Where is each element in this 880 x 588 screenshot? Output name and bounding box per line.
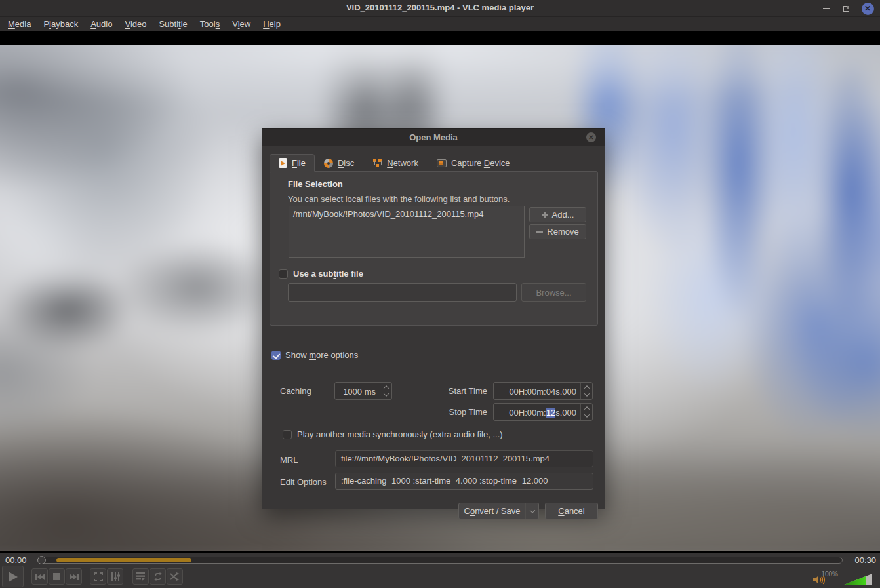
- start-time-value: 00H:00m:04s.000: [509, 387, 576, 397]
- edit-options-label: Edit Options: [280, 477, 327, 487]
- menu-video[interactable]: Video: [125, 19, 146, 29]
- stop-button[interactable]: [49, 568, 65, 585]
- cancel-button[interactable]: Cancel: [545, 503, 598, 519]
- previous-icon: [35, 573, 45, 581]
- caching-label: Caching: [280, 386, 311, 396]
- menu-view[interactable]: View: [232, 19, 250, 29]
- caching-spinbox[interactable]: 1000 ms: [334, 382, 392, 400]
- loop-button[interactable]: [150, 568, 166, 585]
- open-media-dialog: Open Media ✕ File Disc Network: [262, 128, 605, 509]
- add-button-label: Add...: [552, 210, 574, 220]
- menu-bar: MediaPlaybackAudioVideoSubtitleToolsView…: [0, 17, 880, 31]
- file-icon: [279, 158, 287, 168]
- window-close-button[interactable]: ✕: [859, 0, 876, 17]
- window-title: VID_20101112_200115.mp4 - VLC media play…: [0, 3, 880, 12]
- volume-slider[interactable]: [843, 573, 872, 585]
- network-icon: [372, 159, 382, 168]
- seek-handle[interactable]: [37, 556, 46, 564]
- chevron-down-icon: [584, 391, 589, 396]
- total-time: 00:30: [854, 555, 876, 565]
- remove-button-label: Remove: [547, 227, 578, 237]
- menu-audio[interactable]: Audio: [90, 19, 112, 29]
- subtitle-checkbox-label: Use a subtitle file: [293, 269, 363, 279]
- seek-buffer-fill: [56, 558, 191, 562]
- volume-fill: [843, 573, 866, 585]
- stop-icon: [53, 573, 60, 580]
- loop-icon: [153, 572, 163, 581]
- elapsed-time: 00:00: [5, 555, 27, 565]
- tab-disc[interactable]: Disc: [315, 154, 363, 172]
- fullscreen-button[interactable]: [90, 568, 106, 585]
- chevron-down-icon: [383, 391, 388, 396]
- tab-disc-label: Disc: [338, 158, 354, 168]
- menu-help[interactable]: Help: [263, 19, 281, 29]
- seek-bar[interactable]: [37, 557, 843, 564]
- tab-capture-device-label: Capture Device: [451, 158, 510, 168]
- tab-capture-device[interactable]: Capture Device: [428, 154, 519, 172]
- minus-icon: [536, 231, 543, 233]
- stop-time-value: 00H:00m:12s.000: [509, 408, 576, 418]
- volume-percent-label: 100%: [821, 570, 838, 578]
- chevron-down-icon: [584, 412, 589, 417]
- tab-file[interactable]: File: [270, 154, 315, 172]
- close-icon: ✕: [862, 3, 874, 15]
- file-list-item[interactable]: /mnt/MyBook/!Photos/VID_20101112_200115.…: [289, 206, 524, 222]
- stop-time-label: Stop Time: [448, 407, 487, 417]
- show-more-options-checkbox[interactable]: [271, 351, 281, 360]
- vlc-window: VID_20101112_200115.mp4 - VLC media play…: [0, 0, 880, 588]
- play-synchronously-label: Play another media synchronously (extra …: [297, 429, 503, 439]
- menu-tools[interactable]: Tools: [200, 19, 220, 29]
- stop-time-spinbox[interactable]: 00H:00m:12s.000: [493, 403, 593, 421]
- selected-text: 12: [546, 408, 555, 418]
- caching-spin-arrows[interactable]: [380, 383, 391, 399]
- play-synchronously-checkbox[interactable]: [283, 430, 292, 439]
- shuffle-button[interactable]: [167, 568, 183, 585]
- start-time-spin-arrows[interactable]: [580, 383, 592, 399]
- add-button[interactable]: Add...: [529, 207, 586, 222]
- file-selection-hint: You can select local files with the foll…: [288, 194, 510, 204]
- previous-button[interactable]: [31, 568, 48, 585]
- play-button[interactable]: [2, 566, 24, 587]
- control-bar: 00:00 00:30: [0, 553, 880, 588]
- restore-button[interactable]: [838, 0, 854, 17]
- file-tab-pane: File Selection You can select local file…: [270, 171, 598, 326]
- menu-media[interactable]: Media: [8, 19, 31, 29]
- minimize-icon: [823, 8, 830, 9]
- remove-button[interactable]: Remove: [529, 224, 586, 239]
- caching-value: 1000 ms: [343, 387, 376, 397]
- capture-device-icon: [437, 159, 447, 167]
- menu-playback[interactable]: Playback: [43, 19, 78, 29]
- fullscreen-icon: [94, 572, 103, 581]
- convert-save-dropdown-button[interactable]: [525, 503, 539, 519]
- next-button[interactable]: [66, 568, 82, 585]
- dialog-title: Open Media: [262, 132, 605, 142]
- title-bar: VID_20101112_200115.mp4 - VLC media play…: [0, 0, 880, 17]
- cancel-label: Cancel: [558, 506, 584, 516]
- mrl-field[interactable]: file:///mnt/MyBook/!Photos/VID_20101112_…: [335, 450, 593, 467]
- disc-icon: [324, 159, 333, 168]
- chevron-down-icon: [529, 507, 534, 513]
- edit-options-field[interactable]: :file-caching=1000 :start-time=4.000 :st…: [335, 473, 593, 490]
- dialog-tabs: File Disc Network Capture Device: [270, 154, 519, 172]
- extended-settings-button[interactable]: [107, 568, 123, 585]
- file-selection-title: File Selection: [288, 179, 343, 189]
- equalizer-icon: [111, 572, 120, 581]
- dialog-close-button[interactable]: ✕: [586, 132, 596, 142]
- dialog-body: File Disc Network Capture Device File Se…: [262, 146, 605, 509]
- minimize-button[interactable]: [818, 0, 834, 17]
- menu-subtitle[interactable]: Subtitle: [159, 19, 187, 29]
- shuffle-icon: [170, 572, 180, 581]
- file-list[interactable]: /mnt/MyBook/!Photos/VID_20101112_200115.…: [289, 206, 525, 258]
- convert-save-button[interactable]: Convert / Save: [458, 503, 526, 519]
- play-icon: [8, 571, 18, 583]
- start-time-spinbox[interactable]: 00H:00m:04s.000: [493, 382, 593, 400]
- browse-button[interactable]: Browse...: [521, 283, 586, 302]
- subtitle-checkbox[interactable]: [279, 269, 288, 279]
- subtitle-path-input[interactable]: [288, 283, 517, 302]
- dialog-header[interactable]: Open Media ✕: [262, 129, 605, 146]
- stop-time-spin-arrows[interactable]: [580, 404, 592, 420]
- tab-file-label: File: [292, 158, 306, 168]
- tab-network[interactable]: Network: [363, 154, 428, 172]
- show-more-options-label: Show more options: [285, 350, 358, 360]
- playlist-button[interactable]: [132, 568, 149, 585]
